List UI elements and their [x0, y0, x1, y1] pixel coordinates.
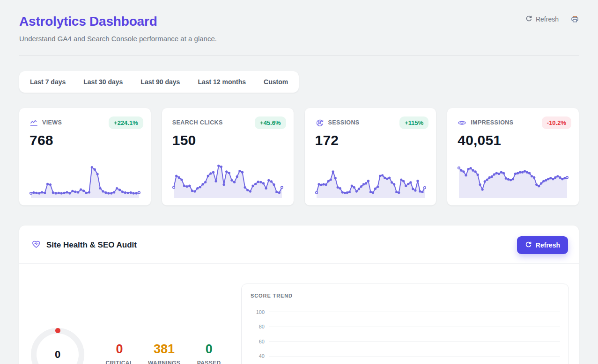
audit-stats: 0 CRITICAL 381 WARNINGS 0 PASSED — [104, 343, 224, 364]
passed-label: PASSED — [193, 360, 224, 364]
date-range-tabs: Last 7 days Last 30 days Last 90 days La… — [19, 71, 299, 93]
header-refresh-label: Refresh — [536, 15, 559, 23]
stat-warnings: 381 WARNINGS — [148, 343, 180, 364]
tab-custom[interactable]: Custom — [264, 78, 288, 86]
stat-card-label: VIEWS — [42, 119, 62, 126]
header-actions: Refresh — [525, 15, 579, 23]
health-score-value: 0 — [55, 349, 60, 361]
site-health-title-group: Site Health & SEO Audit — [31, 240, 137, 251]
dashboard-page: Astrolytics Dashboard Understand GA4 and… — [0, 0, 598, 364]
stat-card-views: VIEWS +224.1% 768 — [19, 108, 151, 205]
tab-last-12-months[interactable]: Last 12 months — [198, 78, 246, 86]
passed-count: 0 — [193, 343, 224, 356]
printer-icon — [571, 17, 579, 24]
stat-card-value: 768 — [30, 132, 140, 148]
impressions-sparkline — [458, 161, 568, 199]
print-button[interactable] — [571, 15, 579, 23]
stat-card-value: 172 — [315, 132, 426, 148]
audit-refresh-label: Refresh — [536, 241, 560, 249]
eye-icon — [458, 118, 466, 127]
audit-refresh-button[interactable]: Refresh — [517, 236, 568, 254]
stat-card-label: SEARCH CLICKS — [172, 119, 223, 126]
score-trend-panel: SCORE TREND 100 80 60 40 — [241, 284, 569, 364]
y-axis-tick: 100 — [251, 309, 265, 315]
header-divider — [19, 55, 579, 56]
search-clicks-sparkline — [172, 161, 283, 199]
header-text: Astrolytics Dashboard Understand GA4 and… — [19, 14, 217, 43]
stat-critical: 0 CRITICAL — [104, 343, 135, 364]
score-trend-chart: 100 80 60 40 — [251, 305, 560, 364]
refresh-icon — [525, 241, 532, 249]
health-score-donut: 0 — [31, 328, 84, 364]
stat-passed: 0 PASSED — [193, 343, 224, 364]
score-trend-title: SCORE TREND — [251, 293, 560, 298]
stat-card-impressions: IMPRESSIONS -10.2% 40,051 — [447, 108, 579, 205]
audit-body: 0 0 CRITICAL 381 WARNINGS 0 PASSED — [19, 264, 579, 364]
delta-badge: +115% — [399, 116, 428, 129]
warnings-label: WARNINGS — [148, 360, 180, 364]
donut-marker-dot — [55, 328, 60, 333]
site-health-header: Site Health & SEO Audit Refresh — [19, 226, 579, 263]
stat-cards-row: VIEWS +224.1% 768 SEARCH CLICKS +45.6% 1… — [19, 108, 579, 205]
stat-card-label: IMPRESSIONS — [471, 119, 513, 126]
stat-card-label: SESSIONS — [328, 119, 360, 126]
y-axis-tick: 60 — [251, 339, 265, 344]
gridline — [269, 356, 560, 357]
page-title: Astrolytics Dashboard — [19, 14, 217, 29]
audit-summary: 0 0 CRITICAL 381 WARNINGS 0 PASSED — [31, 313, 230, 364]
stat-card-value: 40,051 — [458, 132, 568, 148]
views-sparkline — [30, 161, 140, 199]
site-health-card: Site Health & SEO Audit Refresh 0 0 — [19, 226, 579, 364]
gridline — [269, 327, 560, 327]
header-refresh-button[interactable]: Refresh — [525, 15, 559, 23]
gridline-row: 80 — [251, 320, 560, 335]
gridline-row: 100 — [251, 305, 560, 320]
stat-card-sessions: SESSIONS +115% 172 — [305, 108, 436, 205]
page-header: Astrolytics Dashboard Understand GA4 and… — [19, 0, 579, 43]
gridline — [269, 341, 560, 342]
tab-last-7-days[interactable]: Last 7 days — [30, 78, 66, 86]
gridline-row: 60 — [251, 334, 560, 349]
critical-count: 0 — [104, 343, 135, 356]
stat-card-search-clicks: SEARCH CLICKS +45.6% 150 — [162, 108, 294, 205]
delta-badge: +224.1% — [109, 116, 143, 129]
tab-last-90-days[interactable]: Last 90 days — [140, 78, 180, 86]
gridline — [269, 312, 560, 312]
critical-label: CRITICAL — [104, 360, 135, 364]
y-axis-tick: 80 — [251, 324, 265, 329]
y-axis-tick: 40 — [251, 353, 265, 359]
site-health-title: Site Health & SEO Audit — [46, 240, 137, 250]
heart-pulse-icon — [31, 240, 41, 251]
refresh-icon — [525, 15, 532, 23]
stat-card-value: 150 — [172, 132, 283, 148]
tab-last-30-days[interactable]: Last 30 days — [83, 78, 123, 86]
gridline-row: 40 — [251, 349, 560, 364]
page-subtitle: Understand GA4 and Search Console perfor… — [19, 35, 217, 43]
delta-badge: +45.6% — [255, 116, 286, 129]
warnings-count: 381 — [148, 343, 180, 356]
chart-line-icon — [30, 118, 38, 127]
sessions-sparkline — [315, 161, 426, 199]
user-session-icon — [315, 118, 324, 127]
delta-badge: -10.2% — [542, 116, 571, 129]
